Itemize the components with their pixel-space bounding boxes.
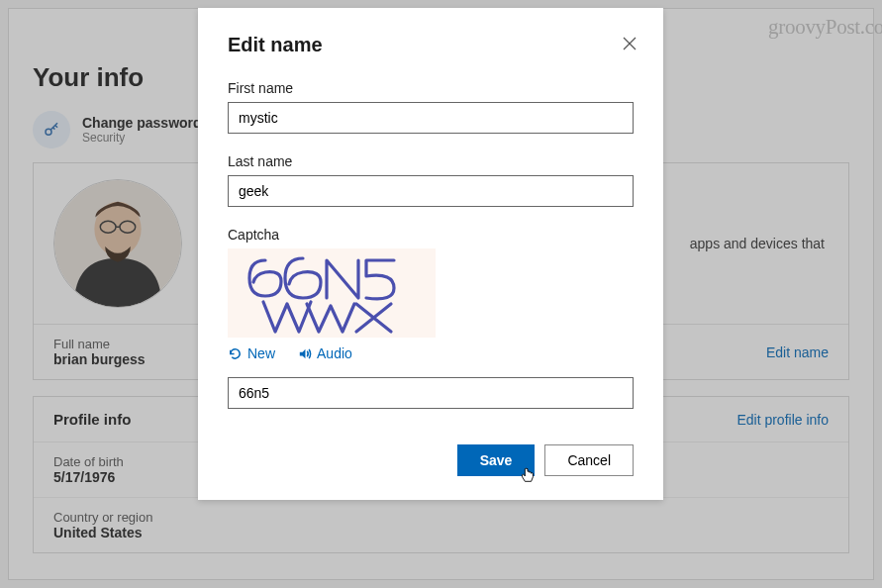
captcha-new-link[interactable]: New xyxy=(228,345,275,361)
captcha-audio-link[interactable]: Audio xyxy=(297,345,352,361)
first-name-label: First name xyxy=(228,80,634,96)
cursor-icon xyxy=(519,466,537,484)
refresh-icon xyxy=(228,346,243,361)
captcha-label: Captcha xyxy=(228,227,634,243)
close-button[interactable] xyxy=(622,36,637,51)
close-icon xyxy=(622,36,637,51)
captcha-image xyxy=(228,248,436,338)
last-name-input[interactable] xyxy=(228,175,634,207)
audio-icon xyxy=(297,346,312,361)
modal-title: Edit name xyxy=(228,34,634,56)
captcha-input[interactable] xyxy=(228,377,634,409)
first-name-input[interactable] xyxy=(228,102,634,134)
edit-name-modal: Edit name First name Last name Captcha xyxy=(198,8,663,500)
captcha-audio-label: Audio xyxy=(317,345,352,361)
captcha-new-label: New xyxy=(247,345,275,361)
last-name-label: Last name xyxy=(228,153,634,169)
cancel-button[interactable]: Cancel xyxy=(544,444,634,476)
